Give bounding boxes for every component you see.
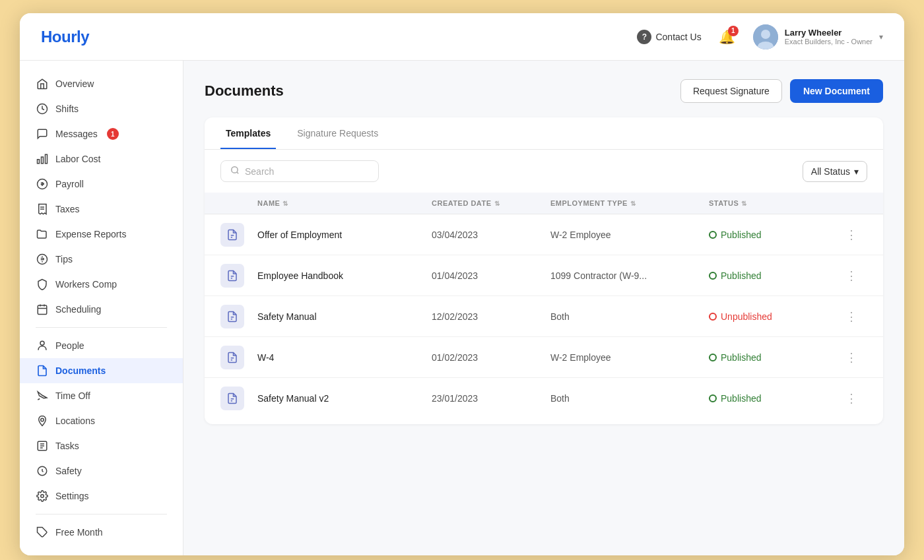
- avatar: [753, 24, 778, 49]
- sidebar-label-tips: Tips: [55, 254, 73, 264]
- sidebar-item-expense-reports[interactable]: Expense Reports: [20, 222, 183, 247]
- sidebar: Overview Shifts Messages 1: [20, 61, 183, 555]
- svg-point-23: [41, 495, 44, 498]
- doc-icon-cell: [220, 223, 257, 247]
- col-header-employment-type: EMPLOYMENT TYPE ⇅: [550, 199, 709, 207]
- documents-table: NAME ⇅ CREATED DATE ⇅ EMPLOYMENT TYPE ⇅: [205, 193, 883, 424]
- tab-signature-requests[interactable]: Signature Requests: [292, 117, 383, 149]
- logo: Hourly: [41, 28, 89, 46]
- tab-templates[interactable]: Templates: [220, 117, 276, 149]
- doc-employment-type: W-2 Employee: [550, 352, 709, 363]
- sidebar-item-payroll[interactable]: Payroll: [20, 171, 183, 197]
- sidebar-item-scheduling[interactable]: Scheduling: [20, 297, 183, 322]
- list-icon: [36, 439, 49, 452]
- sidebar-label-free-month: Free Month: [55, 527, 103, 538]
- notifications-button[interactable]: 🔔 1: [715, 24, 740, 49]
- row-menu-button[interactable]: ⋮: [841, 306, 862, 327]
- sidebar-label-labor-cost: Labor Cost: [55, 154, 100, 164]
- sidebar-item-tips[interactable]: Tips: [20, 247, 183, 272]
- svg-point-25: [232, 167, 238, 173]
- status-filter-button[interactable]: All Status ▾: [803, 161, 867, 182]
- doc-status: Published: [709, 230, 841, 240]
- bar-chart-icon: [36, 152, 49, 166]
- gear-icon: [36, 489, 49, 503]
- sidebar-item-shifts[interactable]: Shifts: [20, 96, 183, 121]
- row-menu-button[interactable]: ⋮: [841, 265, 862, 286]
- sidebar-item-messages[interactable]: Messages 1: [20, 121, 183, 146]
- table-row[interactable]: Safety Manual v2 23/01/2023 Both Publish…: [205, 378, 883, 419]
- search-icon: [230, 166, 240, 177]
- document-file-icon: [220, 264, 244, 288]
- table-header: NAME ⇅ CREATED DATE ⇅ EMPLOYMENT TYPE ⇅: [205, 193, 883, 214]
- sidebar-item-settings[interactable]: Settings: [20, 483, 183, 509]
- sidebar-item-time-off[interactable]: Time Off: [20, 383, 183, 408]
- sidebar-item-people[interactable]: People: [20, 333, 183, 358]
- svg-rect-4: [46, 154, 48, 164]
- row-menu-button[interactable]: ⋮: [841, 224, 862, 245]
- svg-rect-5: [42, 157, 44, 164]
- sidebar-item-free-month[interactable]: Free Month: [20, 520, 183, 545]
- clock-icon: [36, 102, 49, 115]
- sort-icon-name[interactable]: ⇅: [282, 200, 288, 207]
- sidebar-label-time-off: Time Off: [55, 390, 90, 401]
- doc-date: 03/04/2023: [432, 230, 550, 240]
- col-header-created-date: CREATED DATE ⇅: [432, 199, 550, 207]
- sidebar-item-locations[interactable]: Locations: [20, 408, 183, 433]
- doc-employment-type: W-2 Employee: [550, 230, 709, 240]
- table-row[interactable]: Offer of Employment 03/04/2023 W-2 Emplo…: [205, 214, 883, 255]
- notification-badge: 1: [728, 26, 739, 36]
- table-row[interactable]: Safety Manual 12/02/2023 Both Unpublishe…: [205, 296, 883, 337]
- doc-status: Published: [709, 393, 841, 404]
- sidebar-item-documents[interactable]: Documents: [20, 358, 183, 383]
- doc-employment-type: Both: [550, 311, 709, 322]
- search-input[interactable]: [245, 166, 369, 177]
- sidebar-item-workers-comp[interactable]: Workers Comp: [20, 272, 183, 297]
- sort-icon-date[interactable]: ⇅: [494, 200, 500, 207]
- table-row[interactable]: W-4 01/02/2023 W-2 Employee Published ⋮: [205, 337, 883, 378]
- status-dot: [709, 394, 717, 402]
- tabs-container: Templates Signature Requests: [205, 117, 883, 150]
- top-nav: Hourly ? Contact Us 🔔 1 Larry: [20, 13, 904, 61]
- row-menu-button[interactable]: ⋮: [841, 388, 862, 409]
- doc-icon-cell: [220, 264, 257, 288]
- doc-icon-cell: [220, 387, 257, 410]
- messages-badge: 1: [107, 128, 119, 140]
- user-text: Larry Wheeler Exact Builders, Inc - Owne…: [785, 28, 873, 46]
- doc-status: Unpublished: [709, 311, 841, 322]
- calendar-icon: [36, 303, 49, 316]
- doc-name: Employee Handbook: [257, 270, 432, 281]
- sidebar-item-safety[interactable]: Safety: [20, 458, 183, 483]
- table-row[interactable]: Employee Handbook 01/04/2023 1099 Contra…: [205, 255, 883, 296]
- contact-us-button[interactable]: ? Contact Us: [637, 30, 701, 44]
- new-document-button[interactable]: New Document: [790, 79, 883, 103]
- sidebar-label-documents: Documents: [55, 365, 106, 376]
- svg-point-17: [41, 418, 44, 421]
- doc-name: Safety Manual: [257, 311, 432, 322]
- sort-icon-status[interactable]: ⇅: [741, 200, 747, 207]
- sidebar-label-scheduling: Scheduling: [55, 304, 101, 315]
- status-dot: [709, 231, 717, 239]
- document-icon: [36, 364, 49, 377]
- doc-icon-cell: [220, 305, 257, 328]
- col-header-name: NAME ⇅: [257, 199, 432, 207]
- doc-status: Published: [709, 270, 841, 281]
- search-box[interactable]: [220, 160, 379, 182]
- sidebar-label-shifts: Shifts: [55, 104, 79, 114]
- row-menu-button[interactable]: ⋮: [841, 347, 862, 368]
- avatar-image: [753, 24, 778, 49]
- sidebar-item-overview[interactable]: Overview: [20, 71, 183, 96]
- user-menu[interactable]: Larry Wheeler Exact Builders, Inc - Owne…: [753, 24, 883, 49]
- sidebar-item-taxes[interactable]: Taxes: [20, 197, 183, 222]
- sort-icon-employment[interactable]: ⇅: [630, 200, 636, 207]
- svg-rect-12: [38, 305, 47, 315]
- sidebar-item-tasks[interactable]: Tasks: [20, 433, 183, 458]
- documents-card: Templates Signature Requests: [205, 117, 883, 424]
- doc-date: 12/02/2023: [432, 311, 550, 322]
- person-icon: [36, 339, 49, 352]
- question-icon: ?: [637, 30, 651, 44]
- status-dot: [709, 272, 717, 280]
- request-signature-button[interactable]: Request Signature: [680, 79, 782, 103]
- home-icon: [36, 77, 49, 90]
- sidebar-item-labor-cost[interactable]: Labor Cost: [20, 146, 183, 171]
- content-area: Documents Request Signature New Document…: [183, 61, 904, 555]
